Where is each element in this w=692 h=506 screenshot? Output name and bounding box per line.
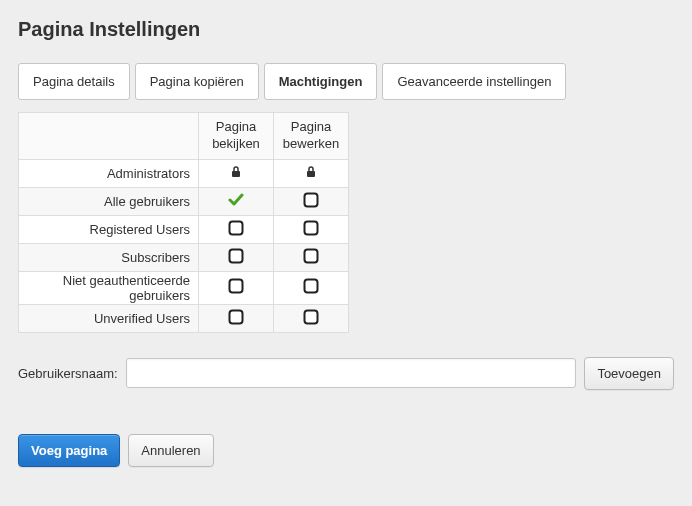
username-label: Gebruikersnaam: [18,366,118,381]
checkbox-empty-icon[interactable] [303,220,319,239]
perm-edit-cell[interactable] [274,304,349,332]
tab-page-copy[interactable]: Pagina kopiëren [135,63,259,100]
table-row: Subscribers [19,243,349,271]
perm-view-cell[interactable] [199,215,274,243]
add-user-button[interactable]: Toevoegen [584,357,674,390]
svg-rect-6 [305,221,318,234]
checkbox-empty-icon[interactable] [303,278,319,297]
table-row: Alle gebruikers [19,187,349,215]
svg-rect-4 [305,193,318,206]
perm-view-cell[interactable] [199,304,274,332]
column-header-view: Pagina bekijken [199,113,274,160]
page-actions: Voeg pagina Annuleren [18,434,674,467]
svg-rect-8 [305,249,318,262]
svg-rect-1 [233,177,239,178]
username-input[interactable] [126,358,577,388]
check-icon [228,193,244,210]
perm-view-cell [199,159,274,187]
role-label: Unverified Users [19,304,199,332]
perm-edit-cell[interactable] [274,187,349,215]
tab-advanced-settings[interactable]: Geavanceerde instellingen [382,63,566,100]
role-label: Registered Users [19,215,199,243]
tabs: Pagina details Pagina kopiëren Machtigin… [18,63,674,100]
perm-view-cell[interactable] [199,271,274,304]
checkbox-empty-icon[interactable] [303,309,319,328]
role-label: Subscribers [19,243,199,271]
add-user-row: Gebruikersnaam: Toevoegen [18,357,674,390]
role-label: Administrators [19,159,199,187]
role-label: Niet geauthenticeerde gebruikers [19,271,199,304]
svg-rect-0 [232,171,240,177]
table-row: Niet geauthenticeerde gebruikers [19,271,349,304]
svg-rect-2 [307,171,315,177]
svg-rect-12 [305,310,318,323]
checkbox-empty-icon[interactable] [303,248,319,267]
permissions-table-body: AdministratorsAlle gebruikersRegistered … [19,159,349,332]
role-label: Alle gebruikers [19,187,199,215]
checkbox-empty-icon[interactable] [228,248,244,267]
svg-rect-9 [230,280,243,293]
checkbox-empty-icon[interactable] [303,192,319,211]
column-header-edit: Pagina bewerken [274,113,349,160]
submit-page-button[interactable]: Voeg pagina [18,434,120,467]
table-row: Administrators [19,159,349,187]
lock-icon [305,165,317,182]
checkbox-empty-icon[interactable] [228,278,244,297]
permissions-table-corner [19,113,199,160]
table-row: Registered Users [19,215,349,243]
lock-icon [230,165,242,182]
checkbox-empty-icon[interactable] [228,309,244,328]
svg-rect-3 [308,177,314,178]
tab-page-details[interactable]: Pagina details [18,63,130,100]
checkbox-empty-icon[interactable] [228,220,244,239]
perm-view-cell[interactable] [199,243,274,271]
perm-edit-cell[interactable] [274,215,349,243]
tab-permissions[interactable]: Machtigingen [264,63,378,100]
perm-edit-cell [274,159,349,187]
perm-edit-cell[interactable] [274,271,349,304]
svg-rect-11 [230,310,243,323]
cancel-button[interactable]: Annuleren [128,434,213,467]
svg-rect-10 [305,280,318,293]
permissions-table: Pagina bekijken Pagina bewerken Administ… [18,112,349,333]
perm-edit-cell[interactable] [274,243,349,271]
svg-rect-7 [230,249,243,262]
perm-view-cell [199,187,274,215]
table-row: Unverified Users [19,304,349,332]
svg-rect-5 [230,221,243,234]
page-title: Pagina Instellingen [18,18,674,41]
